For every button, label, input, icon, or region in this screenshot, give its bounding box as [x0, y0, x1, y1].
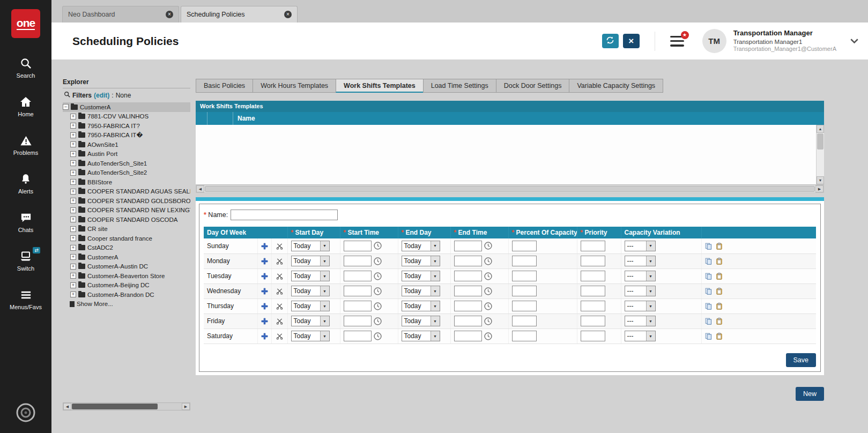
capacity-variation-select[interactable]: ---▼ [625, 316, 656, 326]
add-shift-icon[interactable] [261, 288, 268, 295]
copy-icon[interactable] [705, 303, 712, 310]
end-day-select[interactable]: Today▼ [402, 316, 440, 326]
percent-capacity-input[interactable] [512, 241, 537, 251]
start-time-input[interactable] [344, 256, 372, 266]
tree-item-cooper-standard-new-lexington[interactable]: +COOPER STANDARD NEW LEXINGTON [63, 206, 190, 215]
tree-item-cstadc2[interactable]: +CstADC2 [63, 243, 190, 253]
scroll-left-icon[interactable]: ◀ [63, 403, 71, 410]
expand-icon[interactable]: + [70, 254, 76, 260]
tree-item-7881-cdv-valinhos[interactable]: +7881-CDV VALINHOS [63, 112, 190, 122]
priority-input[interactable] [581, 256, 605, 266]
priority-input[interactable] [581, 331, 605, 341]
copy-icon[interactable] [705, 288, 712, 295]
add-shift-icon[interactable] [261, 258, 268, 265]
start-day-select[interactable]: Today▼ [291, 286, 330, 296]
expand-icon[interactable]: + [70, 170, 76, 176]
sidebar-item-problems[interactable]: Problems [0, 133, 51, 156]
clock-icon[interactable] [374, 287, 382, 295]
paste-icon[interactable] [716, 258, 723, 265]
start-time-input[interactable] [344, 301, 372, 311]
end-day-select[interactable]: Today▼ [402, 271, 440, 281]
collapse-icon[interactable]: − [63, 104, 69, 110]
end-day-select[interactable]: Today▼ [402, 286, 440, 296]
one-logo[interactable]: one [11, 9, 40, 38]
tree-item-customera[interactable]: −CustomerA [63, 102, 190, 112]
tree-item-bbistore[interactable]: +BBIStore [63, 177, 190, 187]
percent-capacity-input[interactable] [512, 286, 537, 296]
tab-load-time-settings[interactable]: Load Time Settings [423, 79, 496, 93]
tree-item-customera[interactable]: +CustomerA [63, 252, 190, 262]
sidebar-item-alerts[interactable]: Alerts [0, 172, 51, 195]
clock-icon[interactable] [374, 242, 382, 250]
expand-icon[interactable]: + [70, 123, 76, 129]
end-time-input[interactable] [454, 256, 482, 266]
tree-item-customera-brandon-dc[interactable]: +CustomerA-Brandon DC [63, 290, 190, 300]
clock-icon[interactable] [484, 242, 492, 250]
end-time-input[interactable] [454, 286, 482, 296]
clock-icon[interactable] [484, 317, 492, 325]
clock-icon[interactable] [374, 302, 382, 310]
capacity-variation-select[interactable]: ---▼ [625, 271, 656, 281]
priority-input[interactable] [581, 316, 605, 326]
cut-shift-icon[interactable] [276, 243, 283, 250]
expand-icon[interactable]: + [70, 198, 76, 204]
end-time-input[interactable] [454, 316, 482, 326]
tree-item-show-more[interactable]: Show More... [63, 300, 190, 309]
clock-icon[interactable] [374, 332, 382, 340]
capacity-variation-select[interactable]: ---▼ [625, 331, 656, 341]
capacity-variation-select[interactable]: ---▼ [625, 301, 656, 311]
clock-icon[interactable] [374, 257, 382, 265]
priority-input[interactable] [581, 301, 605, 311]
expand-icon[interactable]: + [70, 292, 76, 297]
expand-icon[interactable]: + [70, 264, 76, 270]
tree-item-customera-beaverton-store[interactable]: +CustomerA-Beaverton Store [63, 271, 190, 281]
compass-icon[interactable] [15, 402, 36, 425]
paste-icon[interactable] [716, 273, 723, 280]
window-tab-scheduling-policies[interactable]: Scheduling Policies× [181, 6, 298, 23]
tab-work-hours-templates[interactable]: Work Hours Templates [253, 79, 336, 93]
scrollbar-thumb[interactable] [817, 133, 824, 150]
scrollbar-thumb[interactable] [72, 404, 158, 409]
clock-icon[interactable] [374, 272, 382, 280]
end-time-input[interactable] [454, 271, 482, 281]
close-tab-icon[interactable]: × [166, 11, 173, 18]
tree-item-cooper-standard-goldsboro[interactable]: +COOPER STANDARD GOLDSBORO [63, 196, 190, 206]
priority-input[interactable] [581, 286, 605, 296]
tree-item-7950-fabrica-it[interactable]: +7950-FABRICA IT? [63, 121, 190, 131]
sidebar-item-chats[interactable]: Chats [0, 211, 51, 233]
expand-icon[interactable]: + [70, 189, 76, 195]
percent-capacity-input[interactable] [512, 331, 537, 341]
expand-icon[interactable]: + [70, 245, 76, 251]
expand-icon[interactable]: + [70, 114, 76, 120]
cut-shift-icon[interactable] [276, 273, 283, 280]
cut-shift-icon[interactable] [276, 258, 283, 265]
start-day-select[interactable]: Today▼ [291, 256, 330, 266]
clock-icon[interactable] [484, 272, 492, 280]
expand-icon[interactable]: + [70, 226, 76, 232]
expand-icon[interactable]: + [70, 151, 76, 157]
paste-icon[interactable] [716, 243, 723, 250]
new-button[interactable]: New [796, 387, 824, 401]
clock-icon[interactable] [484, 287, 492, 295]
add-shift-icon[interactable] [261, 333, 268, 340]
start-day-select[interactable]: Today▼ [291, 241, 330, 251]
window-tab-neo-dashboard[interactable]: Neo Dashboard× [62, 6, 179, 23]
save-button[interactable]: Save [786, 353, 817, 367]
menu-button[interactable]: ★ [670, 36, 684, 47]
avatar[interactable]: TM [702, 29, 726, 53]
cut-shift-icon[interactable] [276, 288, 283, 295]
name-input[interactable] [231, 210, 338, 220]
copy-icon[interactable] [705, 243, 712, 250]
clock-icon[interactable] [484, 302, 492, 310]
end-time-input[interactable] [454, 331, 482, 341]
sidebar-item-menus-favs[interactable]: Menus/Favs [0, 288, 51, 310]
tree-item-cooper-standard-france[interactable]: +Cooper standard france [63, 234, 190, 243]
scroll-right-icon[interactable]: ▶ [182, 403, 190, 410]
tree-item-customera-austin-dc[interactable]: +CustomerA-Austin DC [63, 262, 190, 272]
add-shift-icon[interactable] [261, 273, 268, 280]
percent-capacity-input[interactable] [512, 256, 537, 266]
close-page-button[interactable]: × [623, 34, 640, 48]
percent-capacity-input[interactable] [512, 271, 537, 281]
end-day-select[interactable]: Today▼ [402, 301, 440, 311]
capacity-variation-select[interactable]: ---▼ [625, 286, 656, 296]
